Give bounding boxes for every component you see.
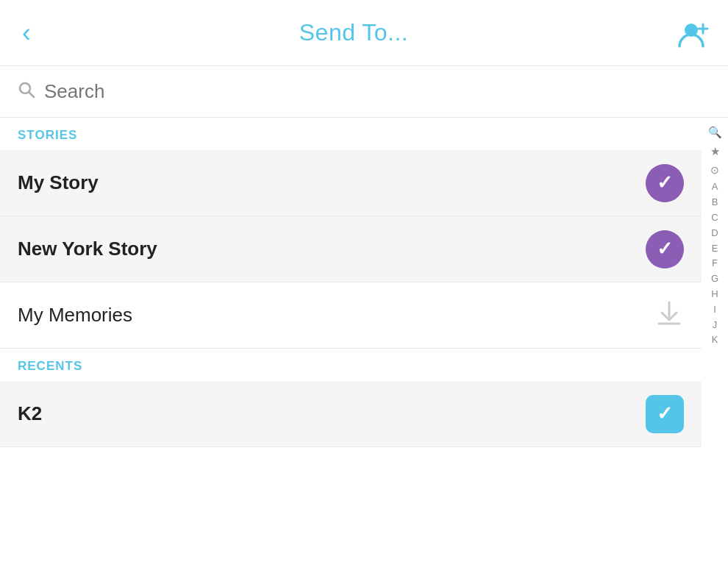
list-area: STORIES My Story ✓ New York Story ✓ My M…	[0, 118, 702, 573]
alpha-K[interactable]: K	[712, 332, 718, 348]
item-label: My Story	[18, 171, 99, 194]
alpha-D[interactable]: D	[711, 226, 718, 241]
check-circle-purple[interactable]: ✓	[646, 164, 684, 202]
search-icon	[18, 81, 35, 103]
alpha-G[interactable]: G	[711, 271, 718, 287]
alpha-C[interactable]: C	[711, 210, 718, 226]
star-index-icon[interactable]: ★	[710, 143, 720, 160]
alpha-I[interactable]: I	[713, 302, 716, 318]
check-mark: ✓	[657, 402, 673, 425]
alpha-E[interactable]: E	[712, 241, 718, 257]
list-item[interactable]: New York Story ✓	[0, 216, 702, 282]
list-item[interactable]: K2 ✓	[0, 381, 702, 447]
check-mark: ✓	[657, 238, 673, 260]
recents-label: RECENTS	[18, 359, 82, 373]
download-icon	[654, 299, 684, 332]
item-label: K2	[18, 402, 42, 425]
item-label: My Memories	[18, 304, 132, 327]
check-circle-purple[interactable]: ✓	[646, 230, 684, 268]
content-area: STORIES My Story ✓ New York Story ✓ My M…	[0, 118, 728, 573]
stories-section-header: STORIES	[0, 118, 702, 150]
alpha-index: 🔍 ★ ⊙ A B C D E F G H I J K	[702, 118, 728, 573]
alpha-B[interactable]: B	[712, 195, 718, 210]
alpha-A[interactable]: A	[712, 179, 718, 195]
list-item[interactable]: My Memories	[0, 282, 702, 349]
check-mark: ✓	[657, 171, 673, 194]
list-item[interactable]: My Story ✓	[0, 150, 702, 216]
alpha-J[interactable]: J	[713, 318, 718, 333]
item-label: New York Story	[18, 238, 157, 260]
page-title: Send To...	[299, 19, 409, 46]
recents-section-header: RECENTS	[0, 349, 702, 381]
recent-index-icon[interactable]: ⊙	[710, 162, 719, 178]
header: ‹ Send To...	[0, 0, 728, 66]
check-circle-blue[interactable]: ✓	[646, 395, 684, 433]
svg-line-4	[29, 92, 35, 97]
search-input[interactable]	[44, 80, 710, 103]
back-button[interactable]: ‹	[22, 20, 31, 46]
add-friend-button[interactable]	[677, 21, 706, 45]
search-index-icon[interactable]: 🔍	[708, 124, 722, 141]
search-bar	[0, 66, 728, 118]
alpha-F[interactable]: F	[712, 256, 718, 271]
stories-label: STORIES	[18, 128, 77, 142]
alpha-H[interactable]: H	[711, 287, 718, 302]
